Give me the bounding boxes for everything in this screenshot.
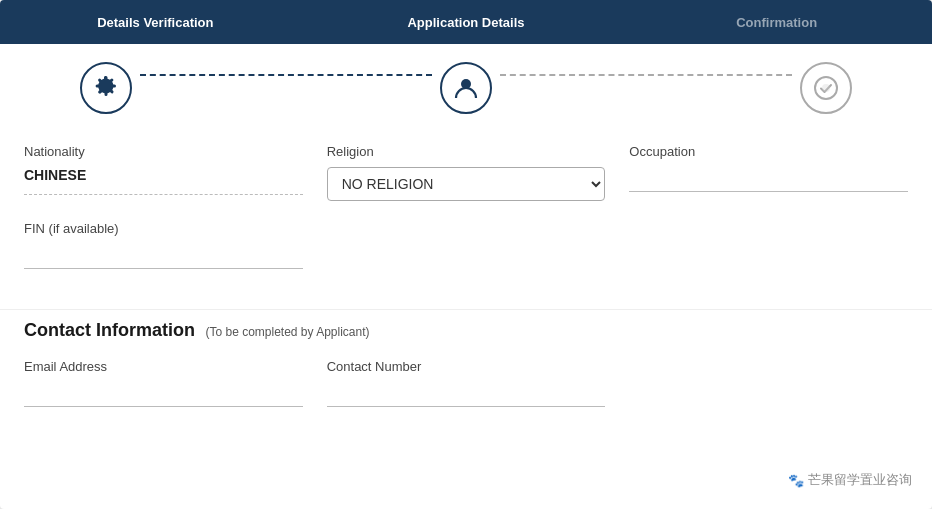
form-section: Nationality CHINESE Religion NO RELIGION…	[0, 124, 932, 299]
step-icon-3	[800, 62, 852, 114]
contact-header: Contact Information (To be completed by …	[24, 320, 908, 341]
step-line-1	[140, 74, 432, 76]
step-circle-3	[800, 62, 852, 114]
step-circle-1	[80, 62, 132, 114]
form-row-1: Nationality CHINESE Religion NO RELIGION…	[24, 144, 908, 201]
religion-select[interactable]: NO RELIGION BUDDHIST CHRISTIAN CATHOLIC …	[327, 167, 606, 201]
religion-label: Religion	[327, 144, 606, 159]
page-container: Details Verification Application Details…	[0, 0, 932, 509]
contact-number-input[interactable]	[327, 382, 606, 407]
email-input[interactable]	[24, 382, 303, 407]
contact-title: Contact Information	[24, 320, 195, 340]
form-row-fin: FIN (if available)	[24, 221, 908, 269]
occupation-input[interactable]	[629, 167, 908, 192]
email-field: Email Address	[24, 359, 303, 407]
step-confirmation: Confirmation	[621, 0, 932, 44]
step-details-verification: Details Verification	[0, 0, 311, 44]
contact-form-row: Email Address Contact Number	[24, 359, 908, 407]
occupation-label: Occupation	[629, 144, 908, 159]
contact-section: Contact Information (To be completed by …	[0, 309, 932, 447]
contact-number-field: Contact Number	[327, 359, 606, 407]
step-line-2	[500, 74, 792, 76]
step-application-details: Application Details	[311, 0, 622, 44]
fin-label: FIN (if available)	[24, 221, 303, 236]
step-icon-2	[440, 62, 492, 114]
religion-field: Religion NO RELIGION BUDDHIST CHRISTIAN …	[327, 144, 606, 201]
spacer-3	[629, 359, 908, 407]
spacer-2	[629, 221, 908, 269]
step-circle-2	[440, 62, 492, 114]
fin-input[interactable]	[24, 244, 303, 269]
svg-point-3	[822, 84, 830, 92]
nationality-field: Nationality CHINESE	[24, 144, 303, 201]
steps-header: Details Verification Application Details…	[0, 0, 932, 44]
contact-number-label: Contact Number	[327, 359, 606, 374]
nationality-value: CHINESE	[24, 167, 303, 195]
steps-icons-row	[0, 44, 932, 124]
nationality-label: Nationality	[24, 144, 303, 159]
occupation-field: Occupation	[629, 144, 908, 201]
spacer-1	[327, 221, 606, 269]
step-icon-1	[80, 62, 132, 114]
email-label: Email Address	[24, 359, 303, 374]
contact-subtitle: (To be completed by Applicant)	[205, 325, 369, 339]
fin-field: FIN (if available)	[24, 221, 303, 269]
